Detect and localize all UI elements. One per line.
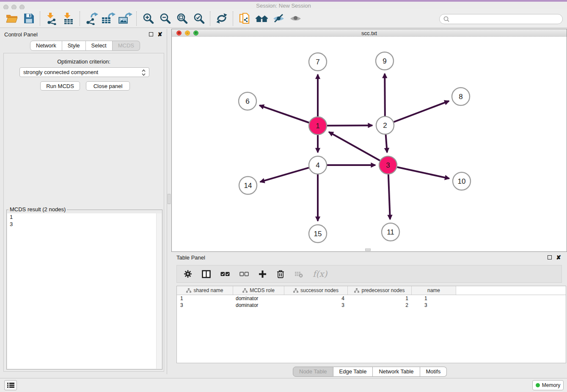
zoom-selected-button[interactable] bbox=[190, 11, 207, 26]
graph-edge[interactable] bbox=[329, 132, 380, 161]
column-type-icon bbox=[186, 288, 191, 293]
tab-style[interactable]: Style bbox=[62, 41, 86, 51]
network-window-controls[interactable]: ✕ − + bbox=[176, 30, 198, 36]
graph-node[interactable]: 10 bbox=[453, 172, 471, 190]
tab-mcds[interactable]: MCDS bbox=[113, 41, 140, 51]
close-panel-icon[interactable]: ✘ bbox=[157, 32, 162, 36]
graph-node[interactable]: 4 bbox=[309, 156, 327, 174]
column-header-predecessor-nodes[interactable]: predecessor nodes bbox=[348, 286, 412, 295]
table-cell[interactable]: 1 bbox=[348, 295, 412, 302]
close-panel-button[interactable]: Close panel bbox=[86, 81, 130, 91]
search-input[interactable] bbox=[439, 14, 563, 24]
graph-node[interactable]: 14 bbox=[239, 177, 257, 194]
task-history-button[interactable] bbox=[4, 380, 17, 390]
zoom-check-icon bbox=[193, 13, 205, 24]
graph-node[interactable]: 8 bbox=[452, 88, 470, 105]
table-cell[interactable]: 3 bbox=[177, 302, 233, 309]
graph-node[interactable]: 11 bbox=[382, 223, 399, 241]
table-cell[interactable]: 2 bbox=[348, 302, 412, 309]
search-icon bbox=[443, 16, 450, 22]
graph-node[interactable]: 6 bbox=[239, 92, 256, 110]
graph-node[interactable]: 7 bbox=[309, 53, 327, 71]
graph-node[interactable]: 15 bbox=[309, 225, 327, 243]
hide-selected-button[interactable] bbox=[270, 11, 287, 26]
refresh-icon bbox=[216, 13, 228, 24]
svg-text:4: 4 bbox=[316, 161, 319, 169]
graph-edge[interactable] bbox=[259, 105, 309, 123]
svg-text:14: 14 bbox=[244, 182, 252, 190]
houses-icon bbox=[255, 13, 268, 24]
houses-button[interactable] bbox=[253, 11, 270, 26]
select-all-icon[interactable] bbox=[220, 271, 230, 277]
table-cell[interactable]: 3 bbox=[284, 302, 348, 309]
save-disk-icon bbox=[24, 13, 34, 24]
column-header-mcds-role[interactable]: MCDS role bbox=[233, 286, 284, 295]
trash-icon[interactable] bbox=[276, 270, 285, 279]
open-session-button[interactable] bbox=[3, 11, 20, 26]
graph-edge[interactable] bbox=[385, 74, 385, 116]
add-column-icon[interactable] bbox=[259, 270, 267, 278]
tab-motifs[interactable]: Motifs bbox=[420, 367, 447, 377]
criterion-select[interactable]: strongly connected component bbox=[19, 67, 149, 77]
show-all-button[interactable] bbox=[287, 11, 304, 26]
graph-node[interactable]: 2 bbox=[376, 116, 394, 134]
close-view-button[interactable]: ✕ bbox=[176, 30, 182, 36]
table-cell[interactable]: 1 bbox=[177, 295, 233, 302]
column-chooser-icon[interactable] bbox=[202, 270, 211, 278]
minimize-view-button[interactable]: − bbox=[185, 30, 190, 36]
table-row[interactable]: 3dominator323 bbox=[177, 302, 566, 309]
graph-edge[interactable] bbox=[386, 135, 387, 152]
float-table-panel-icon[interactable] bbox=[548, 255, 552, 259]
horizontal-splitter-handle[interactable] bbox=[365, 248, 371, 251]
toolbar-separator bbox=[80, 11, 80, 26]
graph-edge[interactable] bbox=[388, 174, 390, 219]
table-cell[interactable]: dominator bbox=[233, 302, 284, 309]
panel-splitter-handle[interactable] bbox=[168, 194, 171, 204]
tab-node-table[interactable]: Node Table bbox=[293, 367, 333, 377]
save-session-button[interactable] bbox=[20, 11, 37, 26]
new-network-button[interactable] bbox=[83, 11, 100, 26]
table-cell[interactable]: dominator bbox=[233, 295, 284, 302]
mcds-result-list[interactable]: 1 3 bbox=[7, 213, 162, 369]
table-cell[interactable]: 3 bbox=[412, 302, 456, 309]
run-mcds-button[interactable]: Run MCDS bbox=[40, 81, 80, 91]
zoom-in-button[interactable] bbox=[140, 11, 157, 26]
tab-network[interactable]: Network bbox=[30, 41, 62, 51]
float-panel-icon[interactable] bbox=[149, 32, 153, 36]
close-table-panel-icon[interactable]: ✘ bbox=[556, 255, 561, 259]
gear-icon[interactable] bbox=[184, 270, 192, 278]
memory-button[interactable]: Memory bbox=[532, 380, 564, 390]
network-graph[interactable]: 7968124314101511 bbox=[172, 37, 567, 251]
export-table-button[interactable] bbox=[100, 11, 117, 26]
node-table: shared name MCDS role successor nodes pr… bbox=[176, 286, 566, 363]
zoom-fit-button[interactable] bbox=[173, 11, 190, 26]
clone-network-button[interactable] bbox=[236, 11, 253, 26]
tab-edge-table[interactable]: Edge Table bbox=[333, 367, 373, 377]
column-header-successor-nodes[interactable]: successor nodes bbox=[284, 286, 348, 295]
graph-node[interactable]: 9 bbox=[376, 52, 394, 70]
graph-node[interactable]: 1 bbox=[309, 117, 327, 135]
column-header-name[interactable]: name bbox=[412, 286, 456, 295]
network-window-titlebar[interactable]: ✕ − + scc.txt bbox=[172, 29, 567, 37]
import-network-button[interactable] bbox=[43, 11, 60, 26]
import-table-button[interactable] bbox=[60, 11, 77, 26]
eye-crossed-icon bbox=[272, 13, 285, 24]
result-scrollbar[interactable] bbox=[156, 213, 162, 369]
tab-select[interactable]: Select bbox=[86, 41, 113, 51]
unselect-all-icon[interactable] bbox=[239, 271, 249, 277]
table-cell[interactable]: 4 bbox=[284, 295, 348, 302]
network-canvas[interactable]: 7968124314101511 bbox=[172, 37, 567, 251]
export-image-button[interactable] bbox=[117, 11, 134, 26]
tab-network-table[interactable]: Network Table bbox=[373, 367, 420, 377]
refresh-button[interactable] bbox=[213, 11, 230, 26]
table-cell[interactable]: 1 bbox=[412, 295, 456, 302]
maximize-view-button[interactable]: + bbox=[193, 30, 198, 36]
graph-edge[interactable] bbox=[394, 101, 449, 122]
combo-stepper-icon bbox=[141, 69, 146, 77]
zoom-out-button[interactable] bbox=[157, 11, 173, 26]
table-row[interactable]: 1dominator411 bbox=[177, 295, 566, 302]
graph-node[interactable]: 3 bbox=[379, 156, 397, 174]
graph-edge[interactable] bbox=[260, 168, 309, 182]
graph-edge[interactable] bbox=[397, 167, 449, 179]
column-header-shared-name[interactable]: shared name bbox=[177, 286, 233, 295]
